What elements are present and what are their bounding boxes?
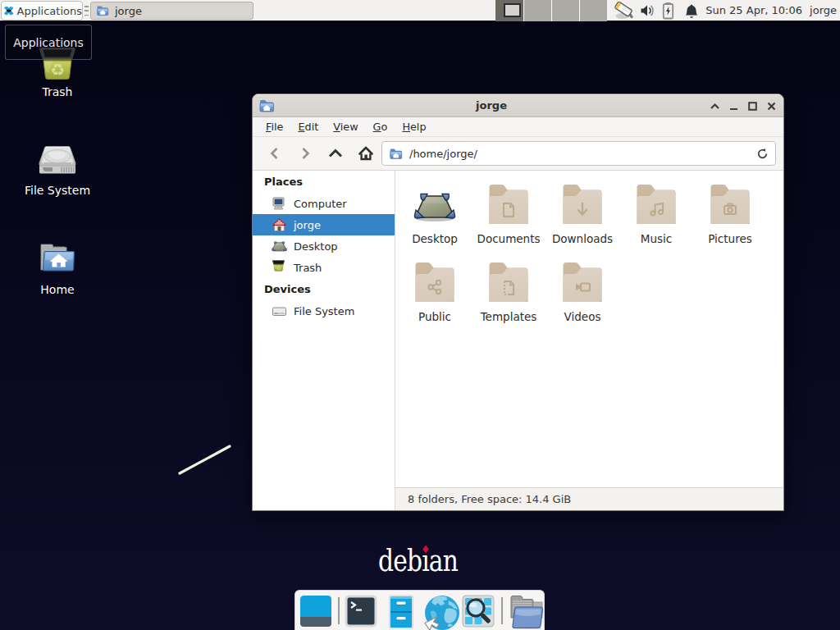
videos-folder-icon (561, 261, 604, 304)
minimize-button[interactable] (724, 96, 743, 116)
tray-battery[interactable] (662, 0, 674, 21)
up-button[interactable] (320, 140, 350, 167)
file-grid[interactable]: Desktop Documents Downloads (395, 171, 783, 487)
dock-item-web-browser[interactable] (424, 595, 457, 628)
menu-help[interactable]: Help (395, 117, 433, 136)
desktop-icon-trash[interactable]: Trash (39, 47, 76, 98)
toolbar: /home/jorge/ (253, 137, 783, 171)
menubar: File Edit View Go Help (253, 117, 783, 137)
file-item-videos-label: Videos (564, 310, 601, 323)
home-button[interactable] (350, 140, 381, 167)
back-icon (268, 147, 281, 160)
menu-go[interactable]: Go (366, 117, 395, 136)
forward-button[interactable] (290, 140, 320, 167)
sidebar-item-desktop[interactable]: Desktop (253, 235, 395, 257)
back-button[interactable] (259, 140, 290, 167)
workspace-2[interactable] (523, 0, 551, 21)
file-item-music[interactable]: Music (619, 181, 693, 259)
sidebar-item-trash[interactable]: Trash (253, 257, 395, 278)
file-item-desktop-label: Desktop (412, 232, 458, 245)
workspace-1[interactable] (495, 0, 523, 21)
file-item-templates[interactable]: Templates (472, 259, 546, 337)
titlebar[interactable]: jorge (253, 94, 783, 117)
file-item-templates-label: Templates (481, 310, 537, 323)
menu-file[interactable]: File (258, 117, 290, 136)
desktop-folder-icon (413, 189, 456, 225)
workspace-switcher[interactable] (495, 0, 607, 21)
taskbar-window-button[interactable]: jorge (90, 2, 253, 20)
tray-tablet-tool[interactable] (614, 0, 634, 21)
maximize-icon (747, 101, 758, 112)
close-icon (766, 101, 777, 112)
web-browser-icon (424, 595, 460, 630)
reload-icon[interactable] (756, 148, 769, 160)
applications-menu-button[interactable]: Applications (1, 1, 83, 21)
dock-separator-2 (501, 597, 503, 624)
templates-folder-icon (487, 261, 530, 304)
pathbar-text[interactable]: /home/jorge/ (409, 148, 756, 160)
dock-item-desktop-settings[interactable] (299, 595, 332, 628)
sidebar: Places Computer jorge (253, 171, 395, 510)
window-content: Places Computer jorge (253, 171, 783, 510)
desktop-icon-home-label: Home (40, 283, 74, 296)
file-icon-box (561, 181, 604, 227)
file-manager-window: jorge F (252, 94, 784, 511)
menu-edit[interactable]: Edit (290, 117, 326, 136)
desktop-root: { "top_panel": { "applications_label": "… (0, 0, 840, 630)
applications-menu-label: Applications (17, 5, 82, 17)
dock-item-file-cabinet[interactable] (385, 595, 418, 628)
dock-separator-1 (338, 597, 340, 624)
sidebar-item-filesystem[interactable]: File System (253, 300, 395, 322)
trash-small-icon (272, 260, 287, 276)
dock-item-application-finder[interactable] (462, 595, 495, 628)
application-finder-icon (462, 595, 495, 628)
main-column: Desktop Documents Downloads (395, 171, 783, 510)
pictures-folder-icon (709, 183, 751, 226)
file-icon-box (561, 259, 604, 305)
taskbar-window-icon (96, 4, 109, 17)
tray-volume[interactable] (640, 0, 656, 21)
desktop-icon-filesystem[interactable]: File System (39, 145, 76, 197)
close-button[interactable] (762, 96, 781, 116)
file-item-videos[interactable]: Videos (546, 259, 619, 337)
tray-notifications[interactable] (684, 0, 699, 21)
workspace-3[interactable] (551, 0, 579, 21)
titlebar-buttons (705, 94, 781, 117)
public-folder-icon (413, 261, 456, 304)
file-item-pictures[interactable]: Pictures (693, 181, 767, 259)
workspace-4[interactable] (579, 0, 607, 21)
file-icon-box (635, 181, 678, 227)
menu-view[interactable]: View (326, 117, 365, 136)
file-item-public[interactable]: Public (398, 259, 472, 337)
workspace-1-window-preview (504, 3, 521, 17)
home-folder-icon (39, 243, 75, 272)
desktop-icon-trash-label: Trash (43, 85, 73, 98)
drive-small-icon (272, 304, 287, 319)
file-item-music-label: Music (641, 232, 672, 245)
desktop-icon (272, 239, 287, 254)
panel-username[interactable]: jorge (810, 0, 837, 21)
dock-item-file-manager[interactable] (509, 595, 541, 628)
sidebar-item-computer-label: Computer (294, 198, 347, 210)
forward-icon (299, 147, 312, 160)
file-icon-box (487, 259, 530, 305)
bottom-dock (294, 590, 545, 630)
panel-clock[interactable]: Sun 25 Apr, 10:06 (705, 0, 802, 21)
sidebar-item-desktop-label: Desktop (294, 240, 338, 253)
maximize-button[interactable] (743, 96, 762, 116)
sidebar-item-computer[interactable]: Computer (253, 193, 395, 214)
file-item-desktop[interactable]: Desktop (398, 181, 472, 259)
shade-button[interactable] (705, 96, 724, 116)
file-item-documents[interactable]: Documents (472, 181, 546, 259)
sidebar-item-jorge[interactable]: jorge (253, 214, 395, 235)
desktop-icon-home[interactable]: Home (39, 243, 75, 296)
file-icon-box (413, 259, 456, 305)
file-manager-icon (509, 595, 545, 629)
file-item-downloads[interactable]: Downloads (546, 181, 619, 259)
dock-item-terminal[interactable] (345, 595, 377, 628)
pathbar[interactable]: /home/jorge/ (381, 141, 776, 166)
terminal-icon (345, 595, 377, 628)
panel-handle (84, 6, 89, 16)
file-item-pictures-label: Pictures (708, 232, 751, 245)
sidebar-item-filesystem-label: File System (294, 305, 354, 317)
